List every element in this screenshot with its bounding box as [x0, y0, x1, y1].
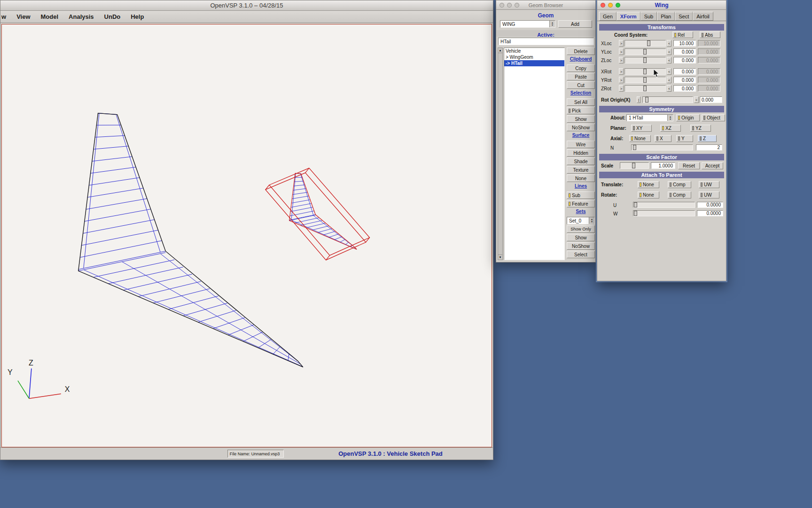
set-dropdown[interactable]: Set_0 ▲▼	[567, 217, 595, 224]
select-button[interactable]: Select	[567, 251, 595, 258]
show-button[interactable]: Show	[567, 115, 595, 123]
pick-toggle[interactable]: Pick	[567, 107, 595, 114]
show-only-button[interactable]: Show Only	[567, 225, 595, 233]
w-slider[interactable]	[633, 210, 695, 216]
rot-origin-slider[interactable]	[642, 96, 693, 103]
scale-value-field[interactable]: 1.0000	[651, 162, 675, 169]
menu-item-undo[interactable]: UnDo	[104, 13, 121, 20]
zloc-slider-thumb[interactable]	[643, 57, 647, 63]
n-slider-thumb[interactable]	[633, 145, 636, 150]
set-dropdown-stepper-icon[interactable]: ▲▼	[589, 217, 594, 224]
xloc-value-field[interactable]: 10.000	[673, 40, 696, 47]
sym-object-toggle[interactable]: Object	[702, 114, 725, 121]
menu-item-analysis[interactable]: Analysis	[69, 13, 94, 20]
sub-toggle[interactable]: Sub	[567, 191, 595, 199]
about-dropdown[interactable]: 1 HTail ▲▼	[626, 114, 673, 121]
hidden-button[interactable]: Hidden	[567, 149, 595, 157]
menu-item-window[interactable]: w	[1, 13, 6, 20]
sets-show-button[interactable]: Show	[567, 234, 595, 241]
zloc-inc-button[interactable]: <	[667, 57, 671, 64]
tab-xform[interactable]: XForm	[617, 12, 640, 21]
paste-button[interactable]: Paste	[567, 73, 595, 80]
tab-airfoil[interactable]: Airfoil	[693, 12, 713, 21]
xloc-dec-button[interactable]: >	[619, 40, 624, 47]
axial-none-toggle[interactable]: None	[629, 135, 651, 142]
zrot-slider-thumb[interactable]	[643, 86, 647, 91]
copy-button[interactable]: Copy	[567, 64, 595, 72]
translate-comp-toggle[interactable]: Comp	[668, 181, 691, 188]
zloc-dec-button[interactable]: >	[619, 57, 624, 64]
minimize-icon[interactable]	[507, 3, 512, 8]
yloc-slider[interactable]	[625, 48, 666, 55]
zrot-value-field[interactable]: 0.000	[673, 85, 696, 92]
planar-xz-toggle[interactable]: XZ	[660, 125, 681, 132]
u-slider[interactable]	[633, 202, 695, 208]
yrot-inc-button[interactable]: <	[667, 77, 671, 83]
none-button[interactable]: None	[567, 175, 595, 182]
menu-item-help[interactable]: Help	[131, 13, 144, 20]
tree-item-vehicle[interactable]: Vehicle	[504, 48, 564, 54]
shade-button[interactable]: Shade	[567, 158, 595, 165]
axial-z-toggle[interactable]: Z	[698, 135, 717, 142]
axial-y-toggle[interactable]: Y	[676, 135, 693, 142]
u-slider-thumb[interactable]	[634, 202, 637, 207]
close-icon[interactable]	[500, 3, 504, 8]
coord-abs-toggle[interactable]: Abs	[700, 32, 720, 38]
menu-item-model[interactable]: Model	[41, 13, 59, 20]
zrot-slider[interactable]	[625, 85, 666, 92]
yrot-slider-thumb[interactable]	[643, 77, 647, 83]
tab-sub[interactable]: Sub	[640, 12, 657, 21]
xloc-inc-button[interactable]: <	[667, 40, 671, 47]
minimize-icon[interactable]	[608, 3, 613, 8]
yrot-dec-button[interactable]: >	[619, 77, 624, 83]
scroll-down-icon[interactable]: ▼	[498, 254, 502, 260]
yloc-dec-button[interactable]: >	[619, 48, 624, 55]
axial-x-toggle[interactable]: X	[655, 135, 671, 142]
rot-origin-inc-button[interactable]: <	[694, 96, 699, 103]
tree-item-htail[interactable]: -> HTail	[504, 60, 564, 66]
n-slider[interactable]	[631, 144, 693, 151]
planar-yz-toggle[interactable]: YZ	[690, 125, 711, 132]
w-value-field[interactable]: 0.0000	[697, 210, 723, 216]
about-dropdown-stepper-icon[interactable]: ▲▼	[667, 115, 673, 121]
add-button[interactable]: Add	[558, 20, 592, 28]
scale-accept-button[interactable]: Accept	[702, 162, 723, 169]
rotate-none-toggle[interactable]: None	[638, 191, 659, 198]
translate-none-toggle[interactable]: None	[638, 181, 659, 188]
main-titlebar[interactable]: OpenVSP 3.1.0 – 04/28/15	[0, 0, 493, 11]
zloc-value-field[interactable]: 0.000	[673, 57, 696, 64]
zoom-icon[interactable]	[515, 3, 519, 8]
rot-origin-dec-button[interactable]: |	[637, 96, 640, 103]
dropdown-stepper-icon[interactable]: ▲▼	[549, 21, 555, 27]
xrot-slider-thumb[interactable]	[643, 69, 647, 74]
geom-type-dropdown[interactable]: WING ▲▼	[500, 20, 555, 28]
scroll-up-icon[interactable]: ▲	[498, 48, 502, 53]
zloc-slider[interactable]	[625, 57, 666, 64]
translate-uw-toggle[interactable]: UW	[699, 181, 719, 188]
xloc-slider-thumb[interactable]	[647, 40, 650, 46]
tree-item-winggeom[interactable]: > WingGeom	[504, 54, 564, 60]
geom-browser-titlebar[interactable]: Geom Browser	[496, 0, 595, 10]
viewport-canvas[interactable]: Z X Y	[1, 24, 492, 447]
feature-toggle[interactable]: Feature	[567, 200, 595, 207]
tab-sect[interactable]: Sect	[675, 12, 693, 21]
menu-item-view[interactable]: View	[16, 13, 30, 20]
tab-plan[interactable]: Plan	[657, 12, 675, 21]
u-value-field[interactable]: 0.0000	[697, 202, 723, 208]
zrot-dec-button[interactable]: >	[619, 85, 624, 92]
noshow-button[interactable]: NoShow	[567, 124, 595, 131]
yloc-value-field[interactable]: 0.000	[673, 48, 696, 55]
sel-all-button[interactable]: Sel All	[567, 98, 595, 106]
zoom-icon[interactable]	[616, 3, 620, 8]
w-slider-thumb[interactable]	[634, 211, 637, 216]
rotate-uw-toggle[interactable]: UW	[699, 191, 719, 198]
sets-noshow-button[interactable]: NoShow	[567, 242, 595, 250]
scale-reset-button[interactable]: Reset	[678, 162, 700, 169]
xrot-dec-button[interactable]: >	[619, 68, 624, 75]
xloc-slider[interactable]	[625, 40, 666, 47]
delete-button[interactable]: Delete	[567, 48, 595, 55]
texture-button[interactable]: Texture	[567, 166, 595, 174]
scale-slider[interactable]	[620, 162, 649, 169]
active-name-field[interactable]: HTail	[498, 38, 594, 45]
yloc-inc-button[interactable]: <	[667, 48, 671, 55]
